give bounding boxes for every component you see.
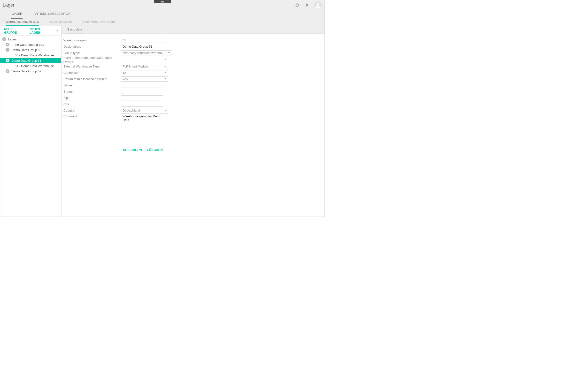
country-value: Deutschland — [123, 109, 140, 112]
tree-node-label: Demo Data Group 52 — [11, 70, 41, 73]
street-input[interactable] — [121, 89, 163, 94]
chevron-down-icon — [168, 52, 170, 54]
tree-root[interactable]: Lager — [0, 36, 61, 42]
return_possible-value: Yes — [123, 77, 128, 81]
sub-tabs: Warehouse master dataStock allocationSto… — [0, 19, 325, 26]
tree-node[interactable]: 50 - Demo Data Warehouse — [0, 52, 61, 58]
tree-node[interactable]: Demo Data Group 50 — [0, 47, 61, 52]
group_type-select[interactable]: externally controlled warehouse — [121, 50, 171, 56]
name-input[interactable] — [121, 83, 163, 88]
fulfill_other-select[interactable] — [121, 57, 168, 62]
svg-rect-9 — [7, 50, 8, 50]
tree-node-label: Demo Data Group 51 — [11, 59, 41, 62]
field-label-name: Name: — [64, 84, 121, 87]
field-label-city: City: — [64, 102, 121, 106]
collapse-icon[interactable] — [2, 37, 6, 41]
svg-rect-6 — [4, 39, 5, 39]
primary-tab-0[interactable]: LAGER — [11, 12, 23, 19]
delete-button[interactable]: LÖSCHEN — [147, 148, 163, 152]
new-warehouse-button[interactable]: NEUES LAGER — [30, 28, 50, 34]
basic-data-form: Warehouse group:Designation:Group type:e… — [62, 34, 325, 154]
svg-point-4 — [297, 4, 298, 6]
chevron-down-icon — [164, 78, 167, 80]
primary-tab-1[interactable]: ARTIKEL-LABELEDITOR — [34, 12, 71, 19]
expand-icon[interactable] — [6, 69, 10, 73]
svg-rect-1 — [161, 2, 164, 2]
designation-input[interactable] — [121, 44, 168, 49]
tree-node-label: Demo Data Group 50 — [11, 48, 41, 52]
chevron-down-icon — [164, 65, 167, 68]
chevron-down-icon — [164, 58, 167, 61]
field-label-street: Street: — [64, 90, 121, 94]
country-select[interactable]: Deutschland — [121, 108, 168, 113]
field-label-comment: Comment: — [64, 114, 121, 118]
warehouse_group-input[interactable] — [121, 38, 168, 43]
status-indicator-icon[interactable] — [295, 3, 299, 7]
svg-rect-2 — [161, 2, 164, 2]
field-label-zip: Zip: — [64, 96, 121, 100]
svg-point-5 — [317, 3, 320, 6]
tree-node-label: 50 - Demo Data Warehouse — [15, 54, 54, 57]
expand-icon[interactable] — [6, 42, 10, 46]
field-label-country: Country: — [64, 109, 121, 112]
collapse-icon[interactable] — [6, 48, 10, 52]
new-group-button[interactable]: NEUE GRUPPE — [4, 28, 24, 34]
chevron-down-icon — [164, 109, 167, 112]
zip-input[interactable] — [121, 95, 163, 100]
avatar[interactable] — [314, 2, 322, 9]
collapse-icon[interactable] — [6, 58, 10, 62]
sub-tab-2[interactable]: Stock withdrawal matrix — [82, 20, 116, 26]
field-label-warehouse_group: Warehouse group: — [64, 38, 121, 42]
tree-node[interactable]: 51 - Demo Data Warehouse — [0, 63, 61, 68]
tree-node-label: --- no warehouse group --- — [11, 43, 48, 46]
external_wh_type-value: Fulfillment Module — [123, 64, 148, 68]
svg-rect-0 — [161, 1, 164, 1]
field-label-group_type: Group type: — [64, 51, 121, 55]
tree-node[interactable]: Demo Data Group 52 — [0, 68, 61, 74]
tree-node-label: 51 - Demo Data Warehouse — [15, 64, 54, 68]
city-input[interactable] — [121, 102, 163, 107]
comment-textarea[interactable] — [121, 114, 168, 144]
field-label-connection: Connection: — [64, 71, 121, 74]
svg-rect-12 — [7, 70, 8, 72]
hamburger-icon — [161, 1, 164, 3]
sub-tab-0[interactable]: Warehouse master data — [6, 20, 39, 26]
primary-tabs: LAGERARTIKEL-LABELEDITOR — [0, 10, 325, 19]
tree-node-selected[interactable]: Demo Data Group 51 — [0, 58, 61, 63]
svg-rect-8 — [7, 44, 8, 45]
top-collapse-handle[interactable] — [154, 0, 171, 3]
save-button[interactable]: SPEICHERN — [123, 148, 142, 152]
warehouse-tree: Lager--- no warehouse group ---Demo Data… — [0, 36, 61, 74]
tree-node[interactable]: --- no warehouse group --- — [0, 42, 61, 47]
notifications-icon[interactable] — [305, 3, 309, 7]
return_possible-select[interactable]: Yes — [121, 76, 168, 82]
svg-rect-10 — [7, 60, 8, 60]
field-label-designation: Designation: — [64, 45, 121, 48]
tab-basic-data[interactable]: Basic data — [67, 28, 83, 34]
page-title: Lager — [3, 2, 15, 8]
connection-value: 12 — [123, 71, 126, 74]
connection-select[interactable]: 12 — [121, 70, 168, 75]
refresh-icon[interactable] — [55, 29, 59, 33]
sub-tab-1[interactable]: Stock allocation — [50, 20, 72, 26]
field-label-fulfill_other: Fulfill orders from other warehouse grou… — [64, 56, 121, 63]
group_type-value: externally controlled warehouse — [123, 51, 167, 55]
external_wh_type-select[interactable]: Fulfillment Module — [121, 64, 168, 69]
field-label-external_wh_type: External Warehouse Type: — [64, 64, 121, 68]
chevron-down-icon — [164, 72, 167, 74]
field-label-return_possible: Return to this location possible: — [64, 77, 121, 81]
